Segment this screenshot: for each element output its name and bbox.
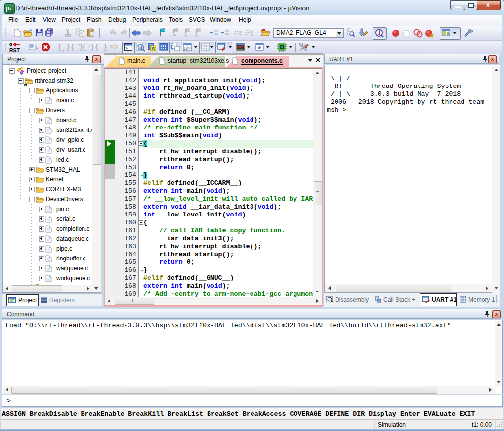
- svg-text:RST: RST: [9, 47, 20, 53]
- svg-text:{ }: { }: [71, 43, 83, 51]
- svg-text:>: >: [126, 46, 128, 51]
- svg-text:{ }: { }: [95, 43, 107, 51]
- svg-text:S: S: [152, 46, 155, 51]
- svg-text:{ }: { }: [82, 43, 94, 51]
- svg-text:d: d: [378, 29, 381, 36]
- svg-text:d: d: [140, 45, 143, 50]
